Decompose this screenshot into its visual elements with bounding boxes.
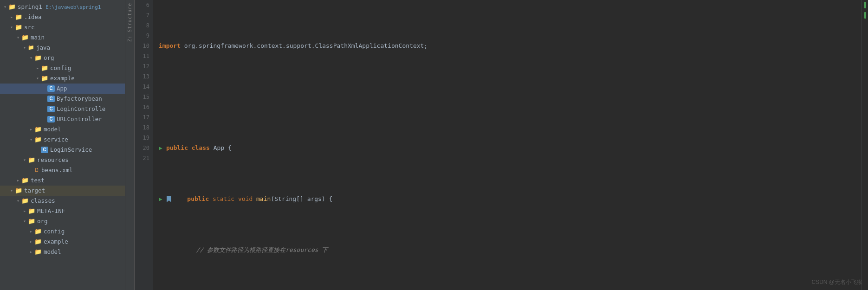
tree-label-spring1: spring1 E:\javaweb\spring1 (18, 2, 101, 13)
code-line-10: // 参数文件路径为根路径直接在resources 下 (157, 245, 858, 255)
tree-item-target[interactable]: 📁 target (0, 186, 125, 196)
folder-icon-resources: 📁 (28, 155, 35, 165)
folder-icon-org: 📁 (34, 53, 42, 63)
tree-item-config[interactable]: 📁 config (0, 63, 125, 73)
bookmark-icon-9 (166, 196, 172, 202)
folder-icon-example2: 📁 (34, 237, 42, 247)
z-structure-label: Z: Structure (127, 3, 132, 42)
tree-label-example: example (50, 73, 75, 84)
line-num-10: 10 (135, 41, 149, 51)
folder-icon-target: 📁 (15, 186, 22, 196)
arrow-target (8, 186, 15, 196)
arrow-main (15, 32, 21, 43)
tree-item-service[interactable]: 📁 service (0, 135, 125, 145)
tree-item-main[interactable]: 📁 main (0, 32, 125, 43)
tree-label-src: src (24, 22, 35, 32)
tree-item-src[interactable]: 📁 src (0, 22, 125, 32)
arrow-config2 (28, 226, 34, 237)
watermark: CSDN @无名小飞猴 (811, 278, 862, 286)
tree-item-model[interactable]: 📁 model (0, 124, 125, 135)
run-icon-8[interactable]: ▶ (157, 144, 164, 152)
line-num-9: 9 (135, 31, 149, 41)
tree-item-model2[interactable]: 📁 model (0, 247, 125, 257)
tree-item-metainf[interactable]: 📁 META-INF (0, 206, 125, 216)
gutter-mark-8 (862, 0, 868, 10)
arrow-example2 (28, 237, 34, 247)
arrow-spring1 (2, 2, 8, 12)
tree-item-example2[interactable]: 📁 example (0, 237, 125, 247)
folder-icon-src: 📁 (15, 22, 22, 32)
tree-item-config2[interactable]: 📁 config (0, 226, 125, 237)
tree-label-main: main (31, 32, 45, 43)
arrow-idea (8, 12, 15, 22)
tree-item-org2[interactable]: 📁 org (0, 216, 125, 226)
tree-label-config2: config (44, 226, 65, 237)
line-numbers: 6 7 8 9 10 11 12 13 14 15 16 17 18 19 20… (135, 0, 153, 290)
arrow-java (21, 43, 28, 53)
folder-icon-service: 📁 (34, 135, 42, 145)
line-num-8: 8 (135, 20, 149, 31)
gutter-mark-empty-5 (862, 61, 868, 71)
tree-item-idea[interactable]: 📁 .idea (0, 12, 125, 22)
arrow-test (15, 175, 21, 186)
class-icon-app: C (47, 85, 55, 92)
tree-label-byfactorybean: Byfactorybean (57, 94, 102, 104)
folder-icon-main: 📁 (21, 32, 29, 43)
folder-icon-example: 📁 (41, 73, 48, 84)
class-icon-urlcontroller: C (47, 116, 55, 122)
file-tree[interactable]: 📁 spring1 E:\javaweb\spring1 📁 .idea 📁 s… (0, 0, 125, 290)
arrow-service (28, 135, 34, 145)
tree-item-resources[interactable]: 📁 resources (0, 155, 125, 165)
code-content-area[interactable]: import org.springframework.context.suppo… (153, 0, 862, 290)
tree-label-example2: example (44, 237, 68, 247)
tree-item-byfactorybean[interactable]: C Byfactorybean (0, 94, 125, 104)
tree-label-classes: classes (31, 196, 55, 206)
line-num-18: 18 (135, 122, 149, 133)
folder-icon-org2: 📁 (28, 216, 35, 226)
tree-item-test[interactable]: 📁 test (0, 175, 125, 186)
folder-icon-config2: 📁 (34, 226, 42, 237)
tree-item-beansxml[interactable]: 🗋 beans.xml (0, 165, 125, 175)
folder-icon-spring1: 📁 (8, 2, 16, 12)
folder-icon-metainf: 📁 (28, 206, 35, 216)
code-line-6: import org.springframework.context.suppo… (157, 41, 858, 51)
tree-item-org[interactable]: 📁 org (0, 53, 125, 63)
tree-item-urlcontroller[interactable]: C URLController (0, 114, 125, 124)
arrow-metainf (21, 206, 28, 216)
run-icon-9[interactable]: ▶ (157, 195, 164, 203)
tree-label-urlcontroller: URLController (57, 114, 102, 124)
tree-label-model: model (44, 124, 61, 135)
folder-icon-java: 📁 (28, 43, 34, 53)
line-num-15: 15 (135, 92, 149, 102)
line-num-7: 7 (135, 10, 149, 20)
folder-icon-classes: 📁 (21, 196, 29, 206)
tree-item-spring1[interactable]: 📁 spring1 E:\javaweb\spring1 (0, 2, 125, 12)
tree-item-example[interactable]: 📁 example (0, 73, 125, 84)
tree-item-loginservice[interactable]: C LoginService (0, 145, 125, 155)
folder-icon-idea: 📁 (15, 12, 22, 22)
tree-label-beansxml: beans.xml (41, 165, 73, 175)
gutter-mark-9 (862, 10, 868, 20)
tree-item-java[interactable]: 📁 java (0, 43, 125, 53)
code-editor[interactable]: 6 7 8 9 10 11 12 13 14 15 16 17 18 19 20… (135, 0, 868, 290)
gutter-mark-empty-6 (862, 71, 868, 82)
line-num-19: 19 (135, 133, 149, 143)
line-num-17: 17 (135, 112, 149, 122)
tree-label-idea: .idea (24, 12, 42, 22)
line-num-12: 12 (135, 61, 149, 71)
tree-label-resources: resources (37, 155, 69, 165)
code-line-7 (157, 92, 858, 102)
line-num-14: 14 (135, 82, 149, 92)
tree-label-logincontroller: LoginControlle (57, 104, 105, 114)
arrow-resources (21, 155, 28, 165)
class-icon-logincontroller: C (47, 106, 55, 112)
arrow-config (34, 63, 41, 73)
tree-item-app[interactable]: C App (0, 84, 125, 94)
folder-icon-model: 📁 (34, 124, 42, 135)
line-num-21: 21 (135, 153, 149, 163)
line-num-11: 11 (135, 51, 149, 61)
svg-marker-0 (167, 196, 171, 202)
tree-item-logincontroller[interactable]: C LoginControlle (0, 104, 125, 114)
tree-item-classes[interactable]: 📁 classes (0, 196, 125, 206)
arrow-org2 (21, 216, 28, 226)
